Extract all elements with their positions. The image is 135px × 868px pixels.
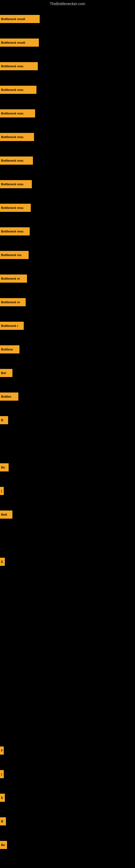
bottleneck-label-7: Bottleneck resu — [1, 159, 24, 162]
bottleneck-label-2: Bottleneck result — [1, 41, 25, 44]
bottleneck-bar-15: Bottlene — [0, 345, 19, 353]
bottleneck-label-22: Bott — [1, 513, 7, 516]
bottleneck-bar-35: B — [0, 817, 6, 826]
bottleneck-label-1: Bottleneck result — [1, 18, 25, 21]
bottleneck-bar-14: Bottleneck r — [0, 322, 24, 330]
bottleneck-bar-22: Bott — [0, 510, 12, 519]
bottleneck-label-9: Bottleneck resu — [1, 206, 24, 209]
bottleneck-bar-13: Bottleneck re — [0, 298, 26, 306]
bottleneck-label-8: Bottleneck resu — [1, 183, 24, 186]
bottleneck-bar-33: | — [0, 770, 4, 778]
bottleneck-bar-32: F — [0, 746, 4, 755]
bottleneck-label-24: E — [1, 560, 3, 563]
bottleneck-label-3: Bottleneck resu — [1, 65, 24, 68]
bottleneck-label-13: Bottleneck re — [1, 301, 20, 304]
bottleneck-label-34: E — [1, 796, 3, 799]
bottleneck-bar-20: Bo — [0, 463, 9, 471]
bottleneck-label-10: Bottleneck resu — [1, 230, 24, 233]
bottleneck-label-35: B — [1, 820, 3, 823]
bottleneck-bar-3: Bottleneck resu — [0, 62, 38, 70]
bottleneck-bar-16: Bot — [0, 369, 12, 377]
bottleneck-bar-7: Bottleneck resu — [0, 156, 33, 165]
bottleneck-bar-11: Bottleneck res — [0, 251, 29, 259]
bottleneck-bar-34: E — [0, 794, 5, 802]
bottleneck-label-32: F — [1, 749, 3, 752]
bottleneck-label-18: B — [1, 418, 3, 422]
bottleneck-label-6: Bottleneck resu — [1, 135, 24, 138]
bottleneck-label-21: | — [1, 489, 2, 493]
bottleneck-label-14: Bottleneck r — [1, 324, 18, 328]
bottleneck-label-36: Bo — [1, 843, 5, 846]
bottleneck-label-11: Bottleneck res — [1, 253, 21, 257]
bottleneck-label-12: Bottleneck re — [1, 277, 20, 280]
bottleneck-label-15: Bottlene — [1, 348, 13, 351]
bottleneck-label-4: Bottleneck resu — [1, 88, 24, 91]
bottleneck-label-5: Bottleneck resu — [1, 112, 24, 115]
bottleneck-bar-36: Bo — [0, 841, 7, 849]
bottleneck-bar-5: Bottleneck resu — [0, 109, 35, 118]
bottleneck-bar-2: Bottleneck result — [0, 38, 39, 46]
bottleneck-label-16: Bot — [1, 371, 6, 375]
bottleneck-bar-1: Bottleneck result — [0, 15, 40, 23]
site-title: TheBottlenecker.com — [0, 0, 135, 8]
bottleneck-bar-8: Bottleneck resu — [0, 180, 32, 188]
bottleneck-bar-18: B — [0, 416, 8, 424]
bottleneck-bar-24: E — [0, 558, 5, 566]
bottleneck-bar-6: Bottleneck resu — [0, 133, 34, 141]
bottleneck-label-20: Bo — [1, 466, 5, 469]
bottleneck-bar-12: Bottleneck re — [0, 275, 27, 283]
bottleneck-bar-9: Bottleneck resu — [0, 204, 31, 212]
bottleneck-bar-10: Bottleneck resu — [0, 227, 30, 236]
bottleneck-bar-21: | — [0, 487, 4, 495]
bottleneck-label-33: | — [1, 773, 2, 776]
bottleneck-bar-4: Bottleneck resu — [0, 86, 37, 94]
bottleneck-label-17: Bottlen — [1, 395, 11, 398]
bottleneck-bar-17: Bottlen — [0, 393, 18, 401]
